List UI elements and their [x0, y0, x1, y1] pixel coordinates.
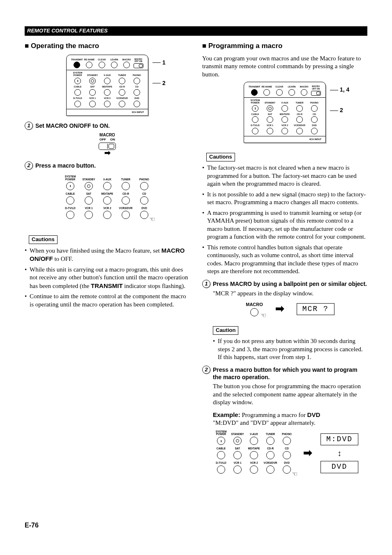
- example-line: Example: Programming a macro for DVD "M:…: [213, 411, 367, 427]
- right-caution-single-list: If you do not press any button within 30…: [213, 337, 367, 362]
- example-text: Programming a macro for: [240, 412, 307, 418]
- right-step-2: 2 Press a macro button for which you wan…: [202, 366, 367, 381]
- lbl: VCR3/DVR: [294, 124, 305, 127]
- callout-2: 2: [162, 79, 166, 87]
- g-btn-icon: [85, 211, 93, 219]
- btn-icon: [296, 105, 303, 112]
- right-step2-body: The button you chose for programming the…: [213, 382, 367, 407]
- macro-button-icon: [250, 308, 258, 316]
- label-clear: CLEAR: [98, 59, 106, 61]
- right-step-1: 1 Press MACRO by using a ballpoint pen o…: [202, 280, 367, 288]
- g-btn-icon: [85, 182, 93, 190]
- g-lbl: D-TV/LD: [216, 462, 226, 465]
- g-lbl: CD: [142, 193, 146, 196]
- g-btn-icon: [217, 451, 225, 459]
- g-btn-icon: [122, 211, 130, 219]
- g-lbl: STANDBY: [83, 178, 95, 181]
- g-lbl: SAT: [235, 447, 240, 450]
- label-clear: CLEAR: [275, 86, 283, 88]
- g-lbl: STANDBY: [231, 433, 244, 436]
- btn-icon: [281, 105, 288, 112]
- g-btn-icon: [266, 451, 274, 459]
- btn-phono-icon: [134, 78, 140, 84]
- btn-cable-icon: [74, 89, 81, 96]
- right-step1-text: Press MACRO by using a ballpoint pen or …: [213, 280, 367, 288]
- arrow-right-icon: ➡: [275, 302, 284, 316]
- caution-text: Continue to aim the remote control at th…: [30, 293, 186, 308]
- lcd-display: DVD: [321, 461, 358, 473]
- left-step2-text: Press a macro button.: [35, 162, 96, 169]
- btn-icon: [311, 116, 318, 123]
- btn-icon: [296, 116, 303, 123]
- g-lbl: MD/TAPE: [248, 447, 260, 450]
- on-label: ON: [110, 138, 115, 142]
- g-btn-icon: [140, 196, 148, 205]
- g-lbl: SAT: [86, 193, 92, 196]
- button-rename-icon: [86, 62, 92, 68]
- left-cautions-list: When you have finished using the Macro f…: [25, 246, 190, 309]
- lbl: VCR 2: [281, 124, 288, 127]
- hand-pointer-icon: ☜: [261, 311, 266, 320]
- btn-cdr-icon: [119, 89, 125, 96]
- lcd-stack: M:DVD ↕ DVD: [321, 433, 358, 473]
- g-btn-icon: [283, 451, 291, 459]
- lbl-sat: SAT: [90, 86, 95, 88]
- btn-dvd-icon: [134, 101, 140, 107]
- g-btn-icon: [140, 211, 148, 219]
- macro-press-diagram: MACRO ☜ ➡ MCR ?: [213, 302, 367, 316]
- callout-2: 2: [340, 106, 343, 114]
- btn-mdtape-icon: [104, 89, 111, 96]
- g-btn-icon: [233, 465, 242, 474]
- caution-text: indicator stops flashing).: [123, 283, 185, 289]
- g-btn-icon: [233, 451, 242, 459]
- label-rename: RE-NAME: [84, 59, 95, 61]
- lbl-phono: PHONO: [133, 74, 141, 77]
- btn-cd-icon: [134, 89, 140, 96]
- right-intro: You can program your own macros and use …: [202, 55, 367, 79]
- macro-off: OFF: [134, 60, 138, 62]
- right-cautions-list: The factory-set macro is not cleared whe…: [202, 164, 367, 276]
- g-lbl: CD-R: [267, 447, 274, 450]
- g-lbl: V-AUX: [103, 178, 111, 181]
- lbl: STANDBY: [265, 102, 275, 104]
- lbl-standby: STANDBY: [87, 74, 98, 77]
- left-step-2: 2 Press a macro button.: [25, 161, 190, 170]
- g-btn-icon: [85, 196, 93, 205]
- g-btn-icon: [283, 465, 291, 474]
- g-btn-icon: [266, 465, 274, 474]
- g-btn-icon: [250, 451, 258, 459]
- lbl-cd: CD: [135, 86, 138, 88]
- btn-standby-icon: [89, 78, 96, 84]
- caution-item: Continue to aim the remote control at th…: [25, 292, 190, 309]
- g-btn-icon: [233, 437, 242, 445]
- lbl-vcr2: VCR 2: [104, 97, 111, 100]
- caution-item: It is not possible to add a new signal (…: [202, 191, 367, 207]
- lbl: V-AUX: [281, 102, 288, 104]
- right-section-title: Programming a macro: [202, 41, 367, 51]
- macro-on: ON: [317, 88, 320, 90]
- lbl-tuner: TUNER: [118, 74, 126, 77]
- caution-item: The factory-set macro is not cleared whe…: [202, 164, 367, 188]
- lbl-vcr1: VCR 1: [89, 97, 96, 100]
- caution-item: This remote control handles button signa…: [202, 244, 367, 276]
- macro-switch-icon: [311, 91, 321, 96]
- button-macro-icon: [123, 62, 130, 68]
- lbl-dvd: DVD: [134, 97, 139, 100]
- g-lbl: VCR 2: [103, 207, 111, 210]
- g-lbl: VCR 1: [85, 207, 92, 210]
- btn-tuner-icon: [119, 78, 125, 84]
- caution-item: When you have finished using the Macro f…: [25, 246, 190, 263]
- step-number-icon: 2: [202, 366, 210, 374]
- switch-icon: [99, 143, 116, 150]
- lbl-vcr3dvr: VCR3/DVR: [116, 97, 128, 100]
- example-dvd: DVD: [307, 411, 321, 418]
- btn-icon: [252, 105, 258, 112]
- g-lbl: SYSTEM POWER: [213, 431, 229, 436]
- btn-icon: [311, 105, 318, 112]
- label-transmit: TRANSMIT: [71, 59, 83, 61]
- btn-vcr3dvr-icon: [119, 101, 125, 107]
- g-btn-icon: [66, 182, 74, 190]
- btn-icon: [267, 128, 273, 134]
- g-lbl: CABLE: [66, 193, 75, 196]
- label-learn: LEARN: [110, 59, 118, 61]
